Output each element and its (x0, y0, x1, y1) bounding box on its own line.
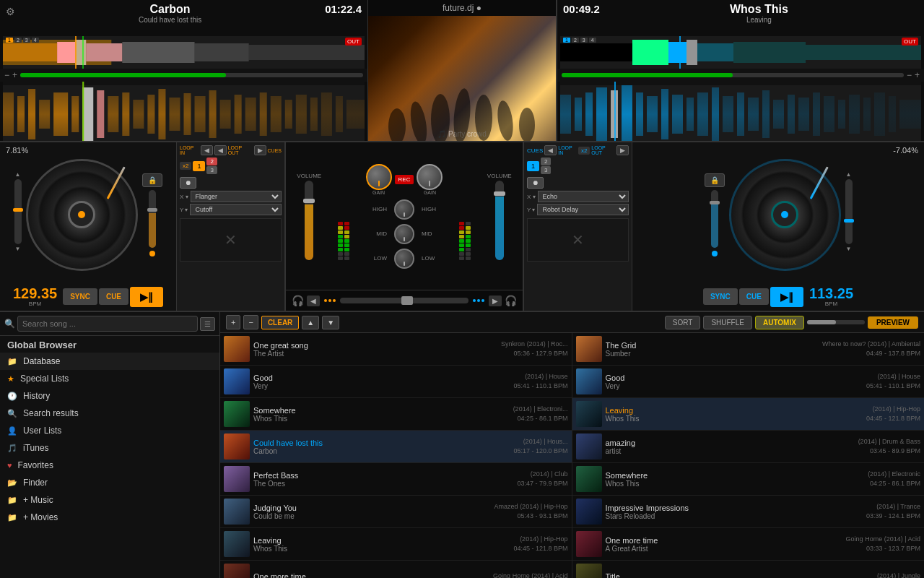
sidebar-label-favorites: Favorites (18, 460, 53, 470)
preview-button[interactable]: PREVIEW (868, 316, 918, 329)
deck-a-volume-fader[interactable] (149, 190, 156, 248)
effect-x-select-b[interactable]: Echo (538, 191, 629, 202)
loop-cue-b-2[interactable]: 2 (541, 158, 551, 165)
track-item[interactable]: Somewhere Whos This (2014) | Electronic … (572, 463, 925, 496)
play-button-a[interactable]: ▶‖ (130, 287, 163, 307)
rec-button[interactable]: REC (395, 175, 414, 184)
loop-out-next-a[interactable]: ▶ (254, 145, 266, 155)
x2-badge-b[interactable]: x2 (578, 147, 590, 155)
vinyl-right[interactable] (729, 159, 841, 271)
headphone-left-icon[interactable]: 🎧 (292, 295, 304, 306)
sort-up-button[interactable]: ▲ (302, 316, 319, 329)
track-item[interactable]: Perfect Bass The Ones (2014) | Club 03:4… (220, 463, 572, 496)
cue-button-b[interactable]: CUE (739, 288, 769, 305)
effect-y-select-b[interactable]: Robot Delay (537, 204, 629, 215)
sidebar-item-finder[interactable]: 📂 Finder (0, 474, 219, 491)
eq-low-knob[interactable] (394, 249, 414, 269)
effect-x-label-a[interactable]: X ▾ (180, 194, 188, 200)
sidebar-item-special-lists[interactable]: ★ Special Lists (0, 370, 219, 387)
deck-a-plus[interactable]: + (12, 70, 17, 80)
loop-in-prev-b[interactable]: ◀ (544, 145, 557, 155)
track-item[interactable]: Good Very (2014) | House 05:41 - 110.1 B… (220, 366, 572, 398)
loop-cue-2[interactable]: 2 (206, 158, 217, 165)
volume-fader-right[interactable]: VOLUME (487, 173, 512, 260)
deck-b-plus[interactable]: + (915, 70, 920, 80)
track-item[interactable]: Title (2014) | Jungle (572, 561, 925, 578)
track-item[interactable]: Impressive Impressions Stars Reloaded (2… (572, 496, 925, 528)
automix-button[interactable]: AUTOMIX (755, 316, 804, 329)
loop-cue-b-1[interactable]: 1 (527, 161, 539, 171)
sidebar-item-history[interactable]: 🕐 History (0, 387, 219, 405)
effect-x-select-a[interactable]: Flanger (191, 191, 282, 202)
track-item[interactable]: One great song The Artist Synkron (2014)… (220, 333, 572, 366)
sidebar-item-user-lists[interactable]: 👤 User Lists (0, 422, 219, 439)
deck-b-minus[interactable]: − (907, 70, 912, 80)
loop-cue-3[interactable]: 3 (206, 166, 217, 174)
pitch-slider-a[interactable] (14, 179, 22, 244)
gain-knob-left[interactable] (366, 164, 392, 190)
track-item[interactable]: One more time Going Home (2014) | Acid (220, 561, 572, 578)
sidebar-item-movies[interactable]: 📁 + Movies (0, 509, 219, 526)
track-item[interactable]: Judging You Could be me Amazed (2014) | … (220, 496, 572, 528)
sort-down-button[interactable]: ▼ (322, 316, 339, 329)
effect-y-select-a[interactable]: Cutoff (190, 204, 282, 215)
sidebar-item-itunes[interactable]: 🎵 iTunes (0, 439, 219, 457)
track-item[interactable]: Could have lost this Carbon (2014) | Hou… (220, 431, 572, 463)
track-item[interactable]: Somewhere Whos This (2014) | Electroni..… (220, 398, 572, 431)
pitch-slider-b[interactable] (845, 179, 853, 244)
effect-y-label-b[interactable]: Y ▾ (527, 207, 535, 213)
loop-out-next-b[interactable]: ▶ (616, 145, 629, 155)
track-item[interactable]: One more time A Great Artist Going Home … (572, 528, 925, 561)
sidebar-item-search-results[interactable]: 🔍 Search results (0, 405, 219, 422)
loop-record-b[interactable]: ⏺ (527, 177, 544, 189)
svg-point-44 (495, 100, 515, 141)
track-item[interactable]: Leaving Whos This (2014) | Hip-Hop 04:45… (220, 528, 572, 561)
deck-a-lock[interactable]: 🔒 (142, 173, 162, 187)
eq-mid-knob[interactable] (394, 224, 414, 244)
sidebar-item-database[interactable]: 📁 Database (0, 353, 219, 370)
deck-a-settings[interactable]: ⚙ (6, 6, 15, 17)
track-item[interactable]: Good Very (2014) | House 05:41 - 110.1 B… (572, 366, 925, 398)
eq-high-knob[interactable] (394, 199, 414, 220)
play-button-b[interactable]: ▶‖ (770, 287, 803, 307)
deck-a-mini-waveform[interactable]: OUT 1 2 3 4 (3, 36, 365, 69)
deck-b-mini-waveform[interactable]: OUT 1 2 3 4 (560, 36, 921, 69)
shuffle-button[interactable]: SHUFFLE (703, 316, 752, 329)
effect-y-label-a[interactable]: Y ▾ (180, 207, 188, 213)
svg-rect-17 (108, 96, 118, 132)
deck-b-volume-fader[interactable] (711, 190, 718, 248)
track-item[interactable]: The Grid Sumber Where to now? (2014) | A… (572, 333, 925, 366)
sidebar-item-favorites[interactable]: ♥ Favorites (0, 457, 219, 474)
cf-arrow-left[interactable]: ◀ (307, 296, 320, 306)
gain-knob-right[interactable] (417, 164, 443, 190)
search-input[interactable] (17, 316, 198, 332)
clear-button[interactable]: CLEAR (261, 316, 299, 329)
deck-b-lock[interactable]: 🔒 (705, 173, 725, 187)
add-playlist-button[interactable]: ☰ (200, 317, 215, 331)
track-item[interactable]: Leaving Whos This (2014) | Hip-Hop 04:45… (572, 398, 925, 431)
loop-out-prev-a[interactable]: ◀ (214, 145, 227, 155)
x2-badge-a[interactable]: x2 (180, 162, 191, 170)
sidebar-item-music[interactable]: 📁 + Music (0, 491, 219, 509)
remove-track-button[interactable]: − (243, 315, 258, 329)
loop-cue-b-3[interactable]: 3 (541, 166, 551, 174)
sync-button-b[interactable]: SYNC (703, 288, 738, 305)
track-item[interactable]: amazing artist (2014) | Drum & Bass 03:4… (572, 431, 925, 463)
cue-button-a[interactable]: CUE (99, 288, 128, 305)
headphone-right-icon[interactable]: 🎧 (505, 295, 517, 306)
cf-arrow-right[interactable]: ▶ (489, 296, 502, 306)
svg-rect-22 (169, 98, 180, 131)
deck-a-main-waveform[interactable] (3, 82, 365, 141)
deck-b-main-waveform[interactable] (560, 82, 921, 141)
loop-cue-1[interactable]: 1 (193, 161, 205, 171)
sync-button-a[interactable]: SYNC (63, 288, 97, 305)
sort-button[interactable]: SORT (665, 316, 701, 329)
add-track-button[interactable]: + (226, 315, 240, 329)
crossfader[interactable] (340, 298, 468, 303)
effect-x-label-b[interactable]: X ▾ (527, 194, 536, 200)
deck-a-minus[interactable]: − (4, 70, 9, 80)
loop-record-a[interactable]: ⏺ (180, 177, 196, 189)
volume-fader-left[interactable]: VOLUME (297, 173, 321, 260)
loop-in-prev-a[interactable]: ◀ (201, 145, 213, 155)
vinyl-left[interactable] (26, 159, 138, 271)
